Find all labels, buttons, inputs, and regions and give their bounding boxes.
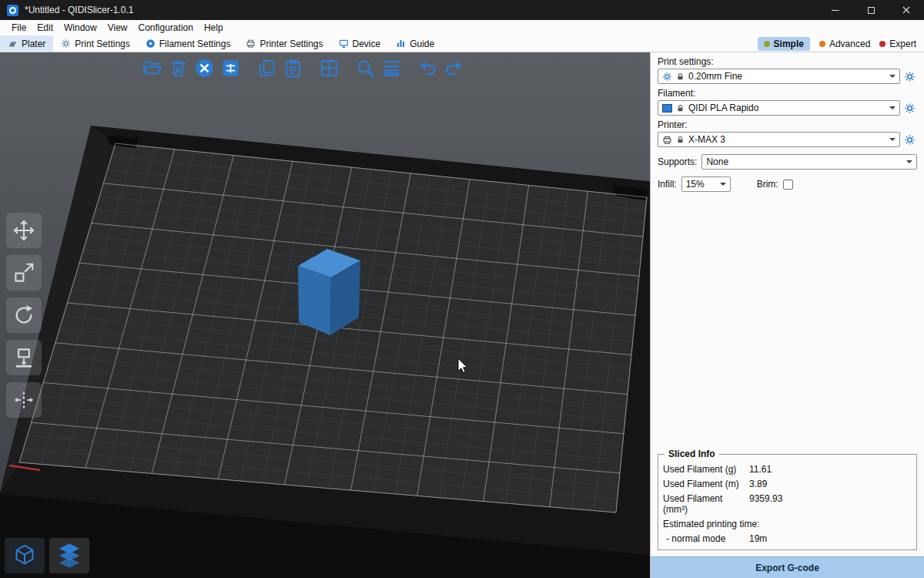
tab-device[interactable]: Device (331, 35, 389, 52)
expert-mode-dot-icon (879, 41, 886, 47)
rotate-gizmo-button[interactable] (6, 297, 42, 333)
supports-select[interactable]: None (701, 154, 917, 170)
3d-editor-view-button[interactable] (5, 538, 45, 573)
search-icon (355, 58, 376, 79)
titlebar: *Untitled - QIDISlicer-1.0.1 (0, 0, 924, 20)
variable-layer-height-button[interactable] (378, 54, 404, 82)
printer-label: Printer: (658, 119, 917, 130)
mode-expert[interactable]: Expert (879, 39, 916, 49)
filament-value: QIDI PLA Rapido (688, 102, 758, 113)
menu-file[interactable]: File (6, 21, 32, 35)
tab-printer-settings[interactable]: Printer Settings (238, 35, 330, 52)
split-to-objects-button[interactable] (316, 54, 342, 82)
minimize-button[interactable] (818, 0, 853, 20)
menu-configuration[interactable]: Configuration (133, 21, 199, 35)
menu-window[interactable]: Window (59, 21, 102, 35)
open-folder-button[interactable] (139, 54, 165, 82)
tab-label: Device (353, 39, 381, 49)
print-settings-gear-button[interactable] (904, 71, 917, 82)
delete-button[interactable] (165, 54, 191, 82)
arrange-icon (220, 58, 241, 79)
tab-label: Filament Settings (159, 39, 231, 49)
gear-icon (61, 39, 71, 49)
chevron-down-icon (906, 160, 912, 166)
3d-editor-view-icon (12, 543, 38, 569)
copy-button[interactable] (253, 54, 280, 82)
menu-edit[interactable]: Edit (32, 21, 59, 35)
simple-mode-dot-icon (764, 41, 770, 47)
minimize-icon (832, 10, 839, 11)
paste-button[interactable] (280, 54, 306, 82)
infill-label: Infill: (658, 179, 677, 190)
redo-icon (444, 58, 464, 79)
mode-label: Advanced (829, 39, 870, 49)
filament-gear-button[interactable] (904, 102, 917, 114)
view-toggle (5, 538, 89, 573)
menu-help[interactable]: Help (199, 21, 229, 35)
print-settings-select[interactable]: 0.20mm Fine (658, 69, 900, 84)
device-icon (339, 39, 349, 49)
mirror-icon (12, 388, 35, 412)
undo-button[interactable] (414, 54, 440, 82)
tab-plater[interactable]: Plater (0, 35, 53, 52)
delete-icon (168, 58, 189, 79)
preview-view-button[interactable] (49, 538, 89, 573)
place-on-face-gizmo-button[interactable] (6, 340, 42, 375)
sliced-info-panel: Sliced Info Used Filament (g) 11.61 Used… (658, 454, 917, 550)
close-button[interactable] (889, 0, 924, 20)
tab-label: Printer Settings (259, 39, 323, 49)
lock-icon (676, 135, 685, 145)
brim-checkbox[interactable] (783, 180, 793, 190)
mode-advanced[interactable]: Advanced (819, 39, 870, 49)
printer-icon (246, 39, 256, 49)
printer-select[interactable]: X-MAX 3 (658, 132, 900, 147)
close-icon (902, 6, 910, 14)
brim-label: Brim: (757, 179, 778, 190)
sidebar: Print settings: 0.20mm Fine Filament: (650, 52, 924, 578)
print-settings-value: 0.20mm Fine (688, 71, 742, 82)
menu-view[interactable]: View (102, 21, 133, 35)
advanced-mode-dot-icon (819, 41, 825, 47)
chevron-down-icon (889, 106, 896, 113)
app-logo-icon (7, 5, 18, 16)
filament-select[interactable]: QIDI PLA Rapido (658, 100, 900, 116)
tab-filament-settings[interactable]: Filament Settings (138, 35, 239, 52)
arrange-button[interactable] (217, 54, 243, 82)
lock-icon (676, 72, 685, 82)
mode-simple[interactable]: Simple (758, 37, 810, 51)
search-button[interactable] (352, 54, 378, 82)
tab-print-settings[interactable]: Print Settings (53, 35, 137, 52)
export-gcode-button[interactable]: Export G-code (651, 556, 924, 578)
gizmo-toolbar (6, 213, 42, 425)
mode-label: Simple (774, 39, 804, 49)
sliced-info-title: Sliced Info (665, 449, 719, 459)
tab-guide[interactable]: Guide (388, 35, 442, 52)
mode-switcher: Simple Advanced Expert (758, 35, 924, 52)
open-folder-icon (142, 58, 162, 79)
tab-label: Guide (410, 39, 434, 49)
window-title: *Untitled - QIDISlicer-1.0.1 (25, 5, 133, 15)
chevron-down-icon (889, 138, 896, 144)
infill-select[interactable]: 15% (681, 176, 731, 192)
maximize-button[interactable] (853, 0, 889, 20)
sliced-info-row: Used Filament (mm³) 9359.93 (663, 491, 912, 516)
filament-color-swatch (662, 104, 672, 113)
variable-layer-height-icon (381, 58, 402, 79)
delete-all-button[interactable] (191, 54, 217, 82)
viewport-toolbar (139, 54, 467, 82)
mirror-gizmo-button[interactable] (6, 382, 42, 418)
scale-gizmo-button[interactable] (6, 255, 42, 291)
split-to-objects-icon (319, 58, 340, 79)
scale-icon (12, 261, 35, 284)
move-gizmo-button[interactable] (6, 213, 42, 248)
paste-icon (283, 58, 303, 79)
copy-icon (256, 58, 277, 79)
chevron-down-icon (720, 183, 726, 189)
sliced-info-row: Used Filament (m) 3.89 (663, 476, 912, 491)
redo-button[interactable] (440, 54, 467, 82)
lock-icon (676, 103, 685, 113)
sliced-info-row: Estimated printing time: (663, 516, 912, 531)
printer-gear-button[interactable] (904, 134, 917, 146)
3d-viewport[interactable] (0, 52, 650, 578)
supports-label: Supports: (658, 156, 697, 167)
